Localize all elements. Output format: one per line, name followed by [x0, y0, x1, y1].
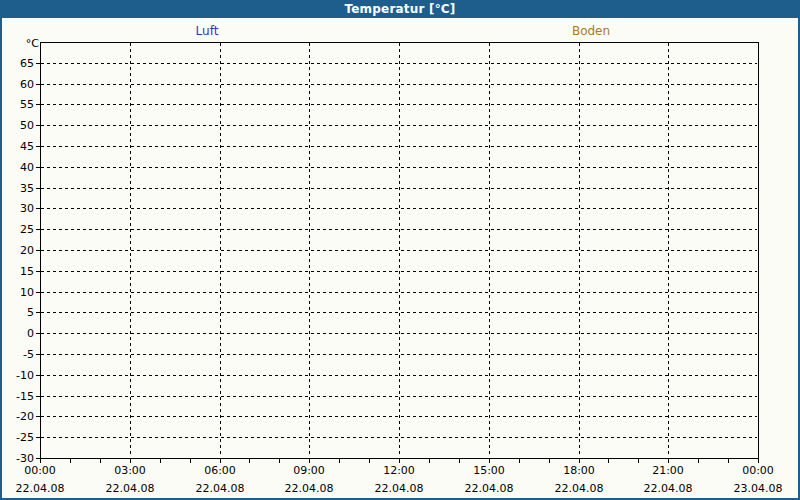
y-axis-tick [36, 375, 40, 376]
x-grid-line [489, 43, 490, 457]
x-time-label: 09:00 [293, 464, 325, 477]
x-axis-tick [489, 459, 490, 463]
x-axis-tick [519, 459, 520, 463]
x-axis-tick [698, 459, 699, 463]
legend-item-boden: Boden [572, 24, 610, 38]
x-time-label: 21:00 [652, 464, 684, 477]
y-axis-tick [36, 396, 40, 397]
y-axis-unit-label: °C [0, 37, 39, 50]
x-time-label: 06:00 [204, 464, 236, 477]
y-axis-tick [36, 188, 40, 189]
x-date-label: 22.04.08 [285, 482, 334, 495]
x-axis-tick [399, 459, 400, 463]
y-axis-tick [36, 104, 40, 105]
y-tick-label: -5 [0, 348, 34, 361]
y-axis-tick [36, 208, 40, 209]
x-grid-line [399, 43, 400, 457]
x-date-label: 22.04.08 [555, 482, 604, 495]
x-axis-tick [130, 459, 131, 463]
x-grid-line [130, 43, 131, 457]
x-axis-tick [608, 459, 609, 463]
y-axis-tick [36, 84, 40, 85]
x-axis-tick [339, 459, 340, 463]
x-axis-tick [369, 459, 370, 463]
y-tick-label: 25 [0, 223, 34, 236]
y-axis-tick [36, 125, 40, 126]
y-axis-tick [36, 437, 40, 438]
y-tick-label: 55 [0, 98, 34, 111]
x-axis-tick [190, 459, 191, 463]
x-axis-tick [459, 459, 460, 463]
y-axis-tick [36, 250, 40, 251]
y-tick-label: 60 [0, 78, 34, 91]
y-axis-tick [36, 271, 40, 272]
x-grid-line [220, 43, 221, 457]
legend-item-luft: Luft [196, 24, 219, 38]
y-axis-tick [36, 229, 40, 230]
x-date-label: 22.04.08 [106, 482, 155, 495]
y-tick-label: 15 [0, 265, 34, 278]
y-axis-tick [36, 167, 40, 168]
y-tick-label: 50 [0, 119, 34, 132]
y-tick-label: 5 [0, 306, 34, 319]
y-tick-label: 40 [0, 161, 34, 174]
x-axis-tick [429, 459, 430, 463]
x-time-label: 00:00 [24, 464, 56, 477]
y-tick-label: 20 [0, 244, 34, 257]
y-tick-label: 0 [0, 327, 34, 340]
x-grid-line [309, 43, 310, 457]
y-tick-label: -20 [0, 410, 34, 423]
y-tick-label: -10 [0, 369, 34, 382]
x-date-label: 22.04.08 [375, 482, 424, 495]
chart-title: Temperatur [°C] [344, 2, 455, 16]
y-tick-label: -25 [0, 431, 34, 444]
chart-window: Temperatur [°C] Luft Boden °C 6560555045… [0, 0, 800, 500]
y-tick-label: 45 [0, 140, 34, 153]
x-date-label: 22.04.08 [644, 482, 693, 495]
y-axis-tick [36, 312, 40, 313]
y-tick-label: -15 [0, 390, 34, 403]
x-date-label: 22.04.08 [196, 482, 245, 495]
y-axis-tick [36, 333, 40, 334]
y-axis-tick [36, 292, 40, 293]
x-time-label: 15:00 [473, 464, 505, 477]
x-axis-tick [579, 459, 580, 463]
title-bar: Temperatur [°C] [0, 0, 800, 18]
x-date-label: 22.04.08 [465, 482, 514, 495]
x-time-label: 03:00 [114, 464, 146, 477]
x-grid-line [668, 43, 669, 457]
x-axis-tick [279, 459, 280, 463]
y-axis-tick [36, 416, 40, 417]
x-axis-tick [728, 459, 729, 463]
x-axis-tick [549, 459, 550, 463]
x-date-label: 22.04.08 [16, 482, 65, 495]
x-axis-tick [758, 459, 759, 463]
y-tick-label: 10 [0, 286, 34, 299]
x-time-label: 18:00 [563, 464, 595, 477]
x-time-label: 00:00 [742, 464, 774, 477]
y-axis-tick [36, 63, 40, 64]
x-time-label: 12:00 [383, 464, 415, 477]
legend-label-luft: Luft [196, 24, 219, 38]
y-axis-tick [36, 354, 40, 355]
y-tick-label: 65 [0, 57, 34, 70]
x-axis-tick [70, 459, 71, 463]
y-tick-label: 35 [0, 182, 34, 195]
x-axis-tick [220, 459, 221, 463]
x-axis-tick [638, 459, 639, 463]
y-axis-tick [36, 146, 40, 147]
x-axis-tick [40, 459, 41, 463]
x-axis-tick [160, 459, 161, 463]
legend-label-boden: Boden [572, 24, 610, 38]
x-axis-tick [249, 459, 250, 463]
x-grid-line [579, 43, 580, 457]
y-tick-label: 30 [0, 202, 34, 215]
x-axis-tick [668, 459, 669, 463]
x-date-label: 23.04.08 [734, 482, 783, 495]
x-axis-tick [100, 459, 101, 463]
x-axis-tick [309, 459, 310, 463]
